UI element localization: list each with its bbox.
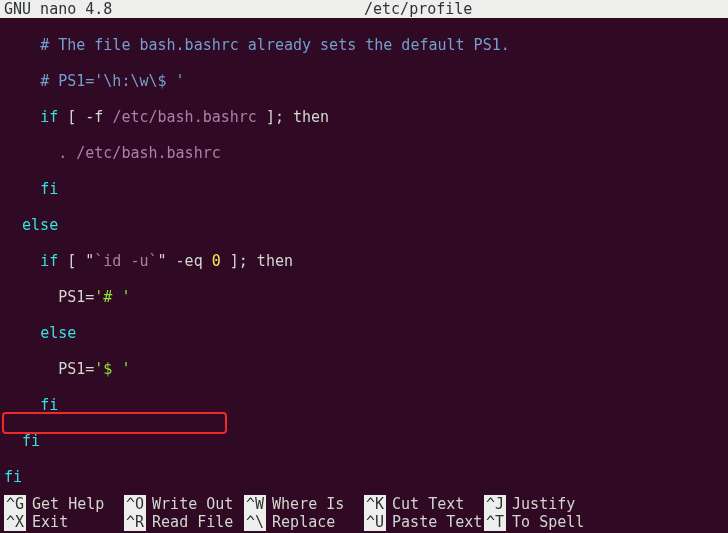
shortcut-key: ^K [364, 495, 386, 513]
code-text: ]; then [221, 252, 293, 270]
shortcut-label: Exit [32, 513, 68, 531]
shortcut-to-spell[interactable]: ^TTo Spell [484, 513, 604, 531]
code-text: [ " [58, 252, 94, 270]
shortcut-write-out[interactable]: ^OWrite Out [124, 495, 244, 513]
editor-content[interactable]: # The file bash.bashrc already sets the … [0, 18, 728, 533]
shortcut-read-file[interactable]: ^RRead File [124, 513, 244, 531]
shortcut-label: Justify [512, 495, 575, 513]
code-text: ]; then [257, 108, 329, 126]
code-keyword: fi [40, 396, 58, 414]
shortcut-key: ^R [124, 513, 146, 531]
filename: /etc/profile [364, 0, 472, 18]
code-keyword: else [22, 216, 58, 234]
shortcut-cut-text[interactable]: ^KCut Text [364, 495, 484, 513]
code-number: 0 [212, 252, 221, 270]
code-var: PS1= [58, 288, 94, 306]
shortcut-label: To Spell [512, 513, 584, 531]
shortcut-key: ^T [484, 513, 506, 531]
code-dot: . [58, 144, 76, 162]
shortcut-label: Cut Text [392, 495, 464, 513]
shortcut-key: ^\ [244, 513, 266, 531]
shortcut-get-help[interactable]: ^GGet Help [4, 495, 124, 513]
shortcut-replace[interactable]: ^\Replace [244, 513, 364, 531]
code-keyword: fi [40, 180, 58, 198]
shortcut-key: ^X [4, 513, 26, 531]
shortcut-exit[interactable]: ^XExit [4, 513, 124, 531]
nano-header: GNU nano 4.8 /etc/profile [0, 0, 728, 18]
code-text: " -eq [158, 252, 212, 270]
code-keyword: if [40, 252, 58, 270]
code-path: /etc/bash.bashrc [112, 108, 257, 126]
code-keyword: if [40, 108, 58, 126]
code-string: '$ ' [94, 360, 130, 378]
shortcut-label: Read File [152, 513, 233, 531]
shortcut-where-is[interactable]: ^WWhere Is [244, 495, 364, 513]
shortcut-label: Paste Text [392, 513, 482, 531]
shortcut-key: ^W [244, 495, 266, 513]
shortcut-label: Get Help [32, 495, 104, 513]
app-name: GNU nano 4.8 [4, 0, 112, 18]
shortcut-label: Replace [272, 513, 335, 531]
shortcut-key: ^O [124, 495, 146, 513]
code-comment: # The file bash.bashrc already sets the … [40, 36, 510, 54]
code-cmd: `id -u` [94, 252, 157, 270]
code-string: '# ' [94, 288, 130, 306]
code-keyword: else [40, 324, 76, 342]
code-comment: # PS1='\h:\w\$ ' [40, 72, 185, 90]
shortcut-justify[interactable]: ^JJustify [484, 495, 604, 513]
code-text: [ -f [58, 108, 112, 126]
code-path: /etc/bash.bashrc [76, 144, 221, 162]
shortcut-label: Where Is [272, 495, 344, 513]
shortcut-key: ^G [4, 495, 26, 513]
shortcut-key: ^U [364, 513, 386, 531]
shortcut-bar: ^GGet Help ^XExit ^OWrite Out ^RRead Fil… [0, 495, 728, 533]
code-var: PS1= [58, 360, 94, 378]
shortcut-label: Write Out [152, 495, 233, 513]
shortcut-paste-text[interactable]: ^UPaste Text [364, 513, 484, 531]
code-keyword: fi [4, 468, 22, 486]
shortcut-key: ^J [484, 495, 506, 513]
code-keyword: fi [22, 432, 40, 450]
